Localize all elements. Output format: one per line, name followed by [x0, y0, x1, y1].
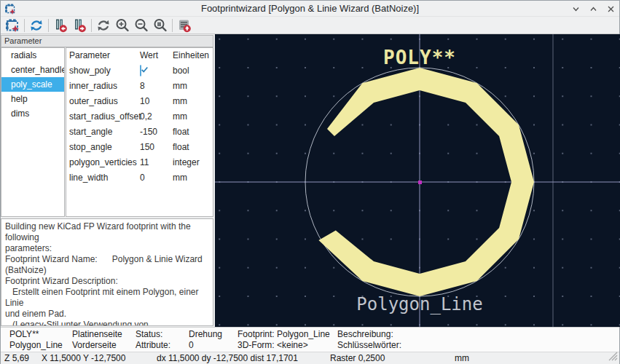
- zoom-level: Z 5,69: [4, 352, 29, 364]
- toolbar-separator: [48, 19, 49, 32]
- zoom-in-icon[interactable]: [113, 17, 132, 33]
- status-bar: Z 5,69 X 11,5000 Y -12,7500 dx 11,5000 d…: [1, 352, 619, 364]
- info-rotation: Drehung0: [189, 329, 222, 351]
- info-description-keywords: Beschreibung:Schlüsselwörter:: [337, 329, 401, 351]
- previous-page-icon[interactable]: [51, 17, 70, 33]
- param-name: start_angle: [69, 124, 140, 140]
- update-footprint-icon[interactable]: [27, 17, 46, 33]
- col-header-einheiten: Einheiten: [173, 48, 213, 63]
- wizard-message-box: Building new KiCad FP Wizard footprint w…: [1, 218, 213, 326]
- page-item-dims[interactable]: dims: [1, 106, 64, 121]
- toolbar-separator: [172, 19, 173, 32]
- content-area: Parameter radials center_handle poly_sca…: [1, 34, 619, 327]
- footprint-canvas[interactable]: POLY** Polygon_Line: [215, 34, 620, 327]
- parameter-table[interactable]: Parameter Wert Einheiten show_poly bool …: [66, 47, 213, 217]
- zoom-out-icon[interactable]: [132, 17, 151, 33]
- main-toolbar: [1, 17, 619, 34]
- table-row-inner-radius[interactable]: inner_radius 8 mm: [66, 79, 213, 94]
- zoom-fit-icon[interactable]: [151, 17, 170, 33]
- show-poly-checkbox[interactable]: [140, 65, 141, 76]
- info-ref-value: POLY**Polygon_Line: [9, 329, 63, 351]
- col-header-parameter: Parameter: [69, 48, 140, 63]
- footprint-wizard-icon[interactable]: [3, 17, 22, 33]
- param-unit: mm: [173, 170, 213, 186]
- param-value[interactable]: 8: [140, 79, 173, 94]
- footprint-wizard-window: Footprintwizard [Polygon & Linie Wizard …: [0, 0, 620, 364]
- col-header-wert: Wert: [140, 48, 173, 63]
- param-name: show_poly: [69, 63, 140, 79]
- table-row-start-angle[interactable]: start_angle -150 float: [66, 124, 213, 140]
- relative-delta: dx 11,5000 dy -12,7500 dist 17,1701: [157, 352, 298, 364]
- page-item-radials[interactable]: radials: [1, 48, 64, 63]
- param-unit: mm: [173, 79, 213, 94]
- param-value[interactable]: 150: [140, 140, 173, 155]
- close-button[interactable]: [606, 4, 615, 13]
- param-name: outer_radius: [69, 94, 140, 109]
- minimize-button[interactable]: [571, 4, 580, 13]
- next-page-icon[interactable]: [70, 17, 89, 33]
- param-name: polygon_verticies: [69, 155, 140, 170]
- param-unit: bool: [173, 63, 213, 79]
- param-value[interactable]: 10: [140, 94, 173, 109]
- param-value[interactable]: 0: [140, 170, 173, 186]
- title-bar: Footprintwizard [Polygon & Linie Wizard …: [1, 1, 619, 17]
- param-value[interactable]: 0,2: [140, 109, 173, 124]
- cursor-position: X 11,5000 Y -12,7500: [42, 352, 125, 364]
- table-row-show-poly[interactable]: show_poly bool: [66, 63, 213, 79]
- table-row-line-width[interactable]: line_width 0 mm: [66, 170, 213, 186]
- param-unit: float: [173, 140, 213, 155]
- resize-grip[interactable]: [608, 352, 618, 363]
- maximize-button[interactable]: [589, 4, 597, 13]
- info-status-attributes: Status:Attribute:: [136, 329, 170, 351]
- page-item-center-handle[interactable]: center_handle: [1, 63, 64, 77]
- page-item-help[interactable]: help: [1, 92, 64, 106]
- param-name: start_radius_offset: [69, 109, 140, 124]
- grid-setting: Raster 0,2500: [330, 352, 385, 364]
- redraw-view-icon[interactable]: [94, 17, 113, 33]
- toolbar-separator: [91, 19, 92, 32]
- footprint-value-label: Polygon_Line: [356, 294, 482, 314]
- param-unit: mm: [173, 94, 213, 109]
- footprint-info-bar: POLY**Polygon_Line PlatinenseiteVorderse…: [1, 327, 619, 352]
- table-row-start-radius-offset[interactable]: start_radius_offset 0,2 mm: [66, 109, 213, 124]
- units-setting: mm: [455, 352, 469, 364]
- toolbar-separator: [24, 19, 25, 32]
- table-row-outer-radius[interactable]: outer_radius 10 mm: [66, 94, 213, 109]
- page-item-poly-scale[interactable]: poly_scale: [1, 77, 64, 92]
- parameter-pane-header: Parameter: [1, 35, 213, 47]
- param-name: stop_angle: [69, 140, 140, 155]
- param-unit: integer: [173, 155, 213, 170]
- window-title: Footprintwizard [Polygon & Linie Wizard …: [1, 1, 619, 17]
- export-footprint-icon[interactable]: [175, 17, 194, 33]
- param-name: inner_radius: [69, 79, 140, 94]
- parameter-pane: Parameter radials center_handle poly_sca…: [1, 34, 215, 327]
- param-unit: mm: [173, 109, 213, 124]
- reference-designator-label: POLY**: [383, 47, 456, 68]
- parameter-table-header: Parameter Wert Einheiten: [66, 48, 213, 63]
- table-row-polygon-verticies[interactable]: polygon_verticies 11 integer: [66, 155, 213, 170]
- anchor-point: [418, 181, 422, 184]
- param-value[interactable]: 11: [140, 155, 173, 170]
- info-footprint-3d: Footprint: Polygon_Line3D-Form: <keine>: [238, 329, 330, 351]
- canvas-drawing: [215, 34, 620, 327]
- param-unit: float: [173, 124, 213, 140]
- param-name: line_width: [69, 170, 140, 186]
- info-board-side: PlatinenseiteVorderseite: [72, 329, 122, 351]
- param-value[interactable]: -150: [140, 124, 173, 140]
- wizard-page-list[interactable]: radials center_handle poly_scale help di…: [1, 47, 65, 217]
- table-row-stop-angle[interactable]: stop_angle 150 float: [66, 140, 213, 155]
